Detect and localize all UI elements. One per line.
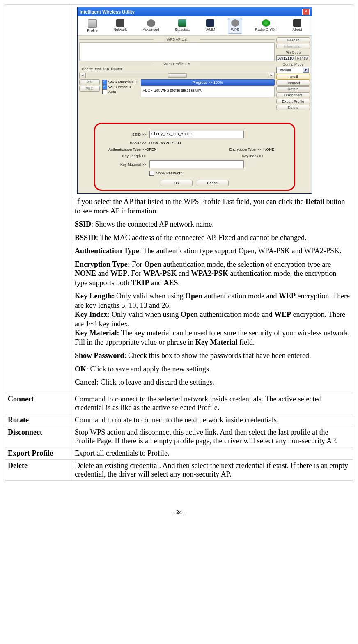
enc-value: NONE <box>264 147 274 151</box>
titlebar: Intelligent Wireless Utility × <box>78 7 312 16</box>
row1-content: Intelligent Wireless Utility × Profile N… <box>72 5 353 393</box>
keylen-label: Key Length >> <box>101 154 146 158</box>
pbc-button[interactable]: PBC <box>79 86 100 92</box>
app-window: Intelligent Wireless Utility × Profile N… <box>77 7 312 194</box>
scroll-left-icon[interactable]: ◄ <box>79 73 86 78</box>
pin-code-value: 16912110 <box>276 55 294 61</box>
bssid-label: BSSID >> <box>101 141 146 145</box>
network-icon <box>116 19 124 27</box>
row-delete-label: Delete <box>5 459 72 480</box>
tab-wmm[interactable]: WMM <box>203 18 218 34</box>
keyidx-label: Key Index >> <box>242 154 264 158</box>
detail-panel: SSID >> Cherry_test_11n_Router BSSID >> … <box>94 123 295 191</box>
auto-checkbox[interactable]: Auto <box>102 89 138 94</box>
description-text: If you select the AP that listed in the … <box>75 197 350 387</box>
row-disconnect-text: Stop WPS action and disconnect this acti… <box>72 426 353 447</box>
rescan-button[interactable]: Rescan <box>276 37 310 43</box>
renew-button[interactable]: Renew <box>295 55 310 61</box>
page-number: - 24 - <box>5 509 353 516</box>
bssid-value: 00-0C-43-30-70-00 <box>149 141 181 145</box>
row1-label <box>5 5 72 393</box>
doc-table: Intelligent Wireless Utility × Profile N… <box>5 4 353 481</box>
about-icon <box>293 19 301 27</box>
show-password-checkbox[interactable]: Show Password <box>149 171 183 176</box>
tab-network[interactable]: Network <box>110 18 130 34</box>
ok-button[interactable]: OK <box>161 180 193 186</box>
wps-ap-list[interactable] <box>79 42 275 61</box>
keymat-label: Key Material >> <box>101 163 146 167</box>
wps-profile-list-label: WPS Profile List <box>79 62 275 66</box>
wps-associate-ie-checkbox[interactable]: WPS Associate IE <box>102 80 138 85</box>
auth-label: Authentication Type >> <box>101 147 146 151</box>
chevron-down-icon: ▼ <box>303 68 309 73</box>
tab-about[interactable]: About <box>289 18 305 34</box>
wps-ap-list-label: WPS AP List <box>79 37 275 41</box>
pin-button[interactable]: PIN <box>79 79 100 85</box>
disconnect-button[interactable]: Disconnect <box>276 92 310 98</box>
rotate-button[interactable]: Rotate <box>276 86 310 92</box>
profile-entry[interactable]: Cherry_test_11n_Router <box>79 66 275 72</box>
app-title: Intelligent Wireless Utility <box>80 9 135 14</box>
ssid-label: SSID >> <box>101 133 146 137</box>
keymat-field[interactable] <box>149 160 244 168</box>
row-rotate-label: Rotate <box>5 414 72 426</box>
wps-probe-ie-checkbox[interactable]: WPS Probe IE <box>102 85 138 89</box>
wmm-icon <box>206 19 214 27</box>
pin-code-label: Pin Code <box>276 50 310 55</box>
profile-icon <box>88 19 97 28</box>
row-delete-text: Delete an existing credential. And then … <box>72 459 353 480</box>
status-message: PBC - Get WPS profile successfully. <box>141 87 275 97</box>
row-connect-text: Command to connect to the selected netwo… <box>72 393 353 414</box>
row-connect-label: Connect <box>5 393 72 414</box>
tab-statistics[interactable]: Statistics <box>172 18 193 34</box>
export-profile-button[interactable]: Export Profile <box>276 99 310 104</box>
delete-button[interactable]: Delete <box>276 105 310 110</box>
information-button[interactable]: Information <box>276 44 310 49</box>
tab-radio[interactable]: Radio On/Off <box>252 18 279 34</box>
cancel-button[interactable]: Cancel <box>197 180 229 186</box>
scroll-right-icon[interactable]: ► <box>268 73 275 78</box>
tab-profile[interactable]: Profile <box>84 18 101 34</box>
row-rotate-text: Command to rotate to connect to the next… <box>72 414 353 426</box>
row-export-text: Export all credentials to Profile. <box>72 447 353 459</box>
progress-bar: Progress >> 100% <box>141 79 275 86</box>
profile-scrollbar[interactable]: ◄ ► <box>79 73 275 78</box>
config-mode-select[interactable]: Enrollee ▼ <box>276 67 310 73</box>
toolbar: Profile Network Advanced Statistics WMM … <box>78 16 312 36</box>
row-disconnect-label: Disconnect <box>5 426 72 447</box>
detail-button[interactable]: Detail <box>276 74 310 80</box>
row-export-label: Export Profile <box>5 447 72 459</box>
statistics-icon <box>178 19 186 27</box>
tab-advanced[interactable]: Advanced <box>140 18 162 34</box>
auth-value: OPEN <box>146 147 157 151</box>
radio-icon <box>262 19 270 27</box>
enc-label: Encryption Type >> <box>229 147 261 151</box>
ssid-field[interactable]: Cherry_test_11n_Router <box>149 131 244 138</box>
close-icon[interactable]: × <box>302 9 310 15</box>
wps-icon <box>231 19 239 27</box>
tab-wps[interactable]: WPS <box>228 18 242 34</box>
advanced-icon <box>147 19 155 27</box>
config-mode-label: Config Mode <box>276 62 310 66</box>
connect-button[interactable]: Connect <box>276 80 310 86</box>
